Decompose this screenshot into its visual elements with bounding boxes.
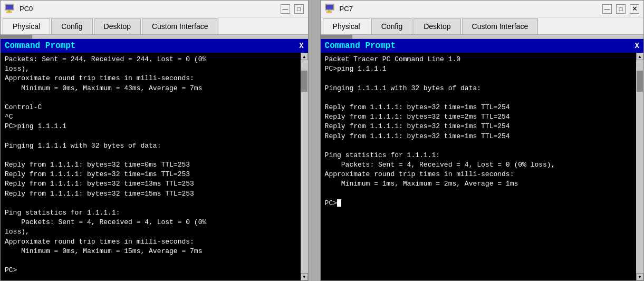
pc7-vscrollbar[interactable]: ▲ ▼ (636, 53, 643, 280)
pc0-controls: — □ (281, 4, 304, 14)
pc7-title: PC7 (340, 5, 353, 13)
pc7-vscrollbar-thumb[interactable] (637, 71, 643, 92)
pc0-hscrollbar[interactable] (1, 35, 308, 39)
pc0-cmd-container: Command Prompt X Packets: Sent = 244, Re… (1, 39, 308, 280)
pc0-tab-desktop[interactable]: Desktop (94, 18, 141, 34)
pc7-cmd-title: Command Prompt (325, 41, 396, 51)
pc7-title-bar: PC7 — □ ✕ (321, 1, 643, 17)
pc0-cmd-header: Command Prompt X (1, 39, 308, 53)
pc0-tab-custom-interface[interactable]: Custom Interface (142, 18, 218, 34)
pc0-tab-physical[interactable]: Physical (3, 18, 50, 34)
pc7-tab-desktop[interactable]: Desktop (414, 18, 460, 34)
svg-rect-1 (6, 5, 13, 9)
pc0-cmd-with-scroll: Packets: Sent = 244, Received = 244, Los… (1, 53, 308, 280)
pc0-title: PC0 (20, 5, 33, 13)
pc7-controls: — □ ✕ (602, 4, 639, 14)
pc7-scroll-up[interactable]: ▲ (636, 53, 643, 60)
pc7-window: PC7 — □ ✕ Physical Config Desktop Custom… (320, 0, 644, 281)
pc-icon (5, 4, 16, 14)
svg-rect-5 (326, 5, 333, 9)
pc0-window: PC0 — □ Physical Config Desktop Custom I… (0, 0, 309, 281)
pc7-cmd-header: Command Prompt X (321, 39, 643, 53)
pc7-cmd-with-scroll: Packet Tracer PC Command Line 1.0 PC>pin… (321, 53, 643, 280)
pc7-maximize-button[interactable]: □ (616, 4, 626, 14)
pc0-title-bar: PC0 — □ (1, 1, 308, 17)
pc0-vscrollbar[interactable]: ▲ ▼ (301, 53, 308, 280)
svg-rect-7 (326, 12, 332, 13)
cursor (337, 199, 341, 207)
pc0-tabs: Physical Config Desktop Custom Interface (1, 17, 308, 35)
svg-rect-6 (328, 10, 330, 12)
pc7-cmd-close[interactable]: X (635, 42, 639, 50)
pc7-tab-physical[interactable]: Physical (323, 18, 370, 34)
pc0-maximize-button[interactable]: □ (294, 4, 304, 14)
pc7-tab-custom-interface[interactable]: Custom Interface (462, 18, 539, 34)
pc0-tab-config[interactable]: Config (51, 18, 92, 34)
pc7-close-button[interactable]: ✕ (630, 4, 639, 14)
pc0-hscrollbar-thumb[interactable] (1, 35, 32, 39)
divider (309, 0, 314, 281)
svg-rect-2 (8, 10, 10, 12)
pc7-hscrollbar[interactable] (321, 35, 643, 39)
pc0-scroll-down[interactable]: ▼ (301, 273, 308, 280)
pc7-hscrollbar-thumb[interactable] (321, 35, 352, 39)
pc0-cmd-body[interactable]: Packets: Sent = 244, Received = 244, Los… (1, 53, 301, 280)
pc7-title-left: PC7 (325, 4, 353, 14)
pc7-tab-config[interactable]: Config (371, 18, 412, 34)
pc7-cmd-container: Command Prompt X Packet Tracer PC Comman… (321, 39, 643, 280)
pc7-minimize-button[interactable]: — (602, 4, 612, 14)
pc0-scroll-up[interactable]: ▲ (301, 53, 308, 60)
svg-rect-3 (6, 12, 12, 13)
pc0-title-left: PC0 (5, 4, 33, 14)
pc0-cmd-close[interactable]: X (299, 42, 303, 50)
pc0-cmd-title: Command Prompt (5, 41, 75, 51)
pc0-minimize-button[interactable]: — (281, 4, 290, 14)
pc7-cmd-body[interactable]: Packet Tracer PC Command Line 1.0 PC>pin… (321, 53, 636, 280)
pc7-scroll-down[interactable]: ▼ (636, 273, 643, 280)
pc7-pc-icon (325, 4, 337, 14)
pc0-vscrollbar-thumb[interactable] (301, 71, 307, 92)
pc7-tabs: Physical Config Desktop Custom Interface (321, 17, 643, 35)
